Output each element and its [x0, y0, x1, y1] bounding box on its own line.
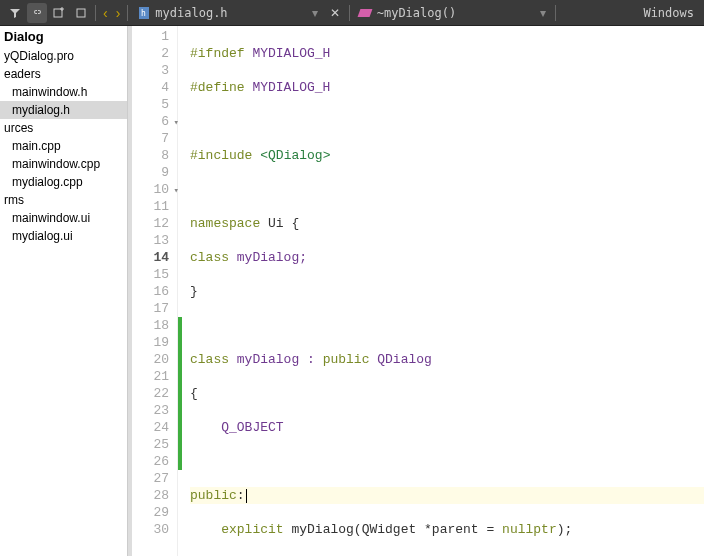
line-number: 1	[132, 28, 177, 45]
link-icon[interactable]	[27, 3, 47, 23]
code-line: {	[190, 385, 704, 402]
sidebar-group-sources[interactable]: urces	[0, 119, 127, 137]
line-number-current: 14	[132, 249, 177, 266]
sidebar-item-mydialog-ui[interactable]: mydialog.ui	[0, 227, 127, 245]
line-number: 23	[132, 402, 177, 419]
tab-filename: mydialog.h	[155, 6, 227, 20]
line-number: 5	[132, 96, 177, 113]
separator	[349, 5, 350, 21]
code-area[interactable]: #ifndef MYDIALOG_H #define MYDIALOG_H #i…	[182, 26, 704, 556]
separator	[127, 5, 128, 21]
line-number: 13	[132, 232, 177, 249]
symbol-dropdown-icon[interactable]: ▾	[534, 6, 552, 20]
line-number: 29	[132, 504, 177, 521]
line-number: 20	[132, 351, 177, 368]
line-number: 4	[132, 79, 177, 96]
line-number: 15	[132, 266, 177, 283]
code-line	[190, 453, 704, 470]
close-tab-icon[interactable]: ✕	[324, 6, 346, 20]
line-number: 7	[132, 130, 177, 147]
code-line	[190, 113, 704, 130]
line-number: 8	[132, 147, 177, 164]
line-number: 18	[132, 317, 177, 334]
code-line: }	[190, 283, 704, 300]
breadcrumb-symbol: ~myDialog()	[377, 6, 456, 20]
separator	[95, 5, 96, 21]
line-number: 17	[132, 300, 177, 317]
code-line: #include <QDialog>	[190, 147, 704, 164]
top-toolbar: ‹ › h mydialog.h ▾ ✕ ~myDialog() ▾ Windo…	[0, 0, 704, 26]
code-line: explicit myDialog(QWidget *parent = null…	[190, 521, 704, 538]
sidebar-group-forms[interactable]: rms	[0, 191, 127, 209]
code-line: class myDialog : public QDialog	[190, 351, 704, 368]
filter-icon[interactable]	[5, 3, 25, 23]
text-caret	[246, 489, 247, 503]
line-number: 2	[132, 45, 177, 62]
line-number: 27	[132, 470, 177, 487]
sidebar-item-mydialog-h[interactable]: mydialog.h	[0, 101, 127, 119]
code-line: #ifndef MYDIALOG_H	[190, 45, 704, 62]
destructor-icon	[357, 9, 372, 17]
code-line	[190, 181, 704, 198]
symbol-breadcrumb[interactable]: ~myDialog()	[353, 6, 456, 20]
code-line: namespace Ui {	[190, 215, 704, 232]
sidebar-item-mydialog-cpp[interactable]: mydialog.cpp	[0, 173, 127, 191]
open-file-tab[interactable]: h mydialog.h	[137, 6, 227, 20]
line-number: 19	[132, 334, 177, 351]
line-number: 22	[132, 385, 177, 402]
line-number: 30	[132, 521, 177, 538]
line-number: 26	[132, 453, 177, 470]
svg-rect-1	[77, 9, 85, 17]
line-number: 28	[132, 487, 177, 504]
line-number: 16	[132, 283, 177, 300]
file-dropdown-icon[interactable]: ▾	[306, 6, 324, 20]
add-panel-icon[interactable]	[49, 3, 69, 23]
svg-rect-0	[54, 9, 62, 17]
nav-back-icon[interactable]: ‹	[99, 5, 112, 21]
code-line: #define MYDIALOG_H	[190, 79, 704, 96]
code-editor[interactable]: 1 2 3 4 5 6▾ 7 8 9 10▾ 11 12 13 14 15 16…	[132, 26, 704, 556]
encoding-label[interactable]: Windows	[637, 6, 700, 20]
sidebar-group-headers[interactable]: eaders	[0, 65, 127, 83]
sidebar-item-mainwindow-h[interactable]: mainwindow.h	[0, 83, 127, 101]
separator	[555, 5, 556, 21]
line-gutter: 1 2 3 4 5 6▾ 7 8 9 10▾ 11 12 13 14 15 16…	[132, 26, 178, 556]
code-line: Q_OBJECT	[190, 419, 704, 436]
code-line-current: public:	[190, 487, 704, 504]
sidebar-item-pro[interactable]: yQDialog.pro	[0, 47, 127, 65]
code-line: class myDialog;	[190, 249, 704, 266]
project-sidebar: Dialog yQDialog.pro eaders mainwindow.h …	[0, 26, 128, 556]
expand-icon[interactable]	[71, 3, 91, 23]
line-number: 12	[132, 215, 177, 232]
line-number: 25	[132, 436, 177, 453]
svg-text:h: h	[141, 9, 146, 18]
line-number: 11	[132, 198, 177, 215]
line-number: 3	[132, 62, 177, 79]
line-number: 21	[132, 368, 177, 385]
main-area: Dialog yQDialog.pro eaders mainwindow.h …	[0, 26, 704, 556]
header-file-icon: h	[137, 6, 151, 20]
sidebar-item-main-cpp[interactable]: main.cpp	[0, 137, 127, 155]
sidebar-item-mainwindow-cpp[interactable]: mainwindow.cpp	[0, 155, 127, 173]
line-number: 24	[132, 419, 177, 436]
project-root[interactable]: Dialog	[0, 26, 127, 47]
line-number: 10▾	[132, 181, 177, 198]
code-line	[190, 317, 704, 334]
line-number: 9	[132, 164, 177, 181]
line-number: 6▾	[132, 113, 177, 130]
nav-forward-icon[interactable]: ›	[112, 5, 125, 21]
sidebar-item-mainwindow-ui[interactable]: mainwindow.ui	[0, 209, 127, 227]
